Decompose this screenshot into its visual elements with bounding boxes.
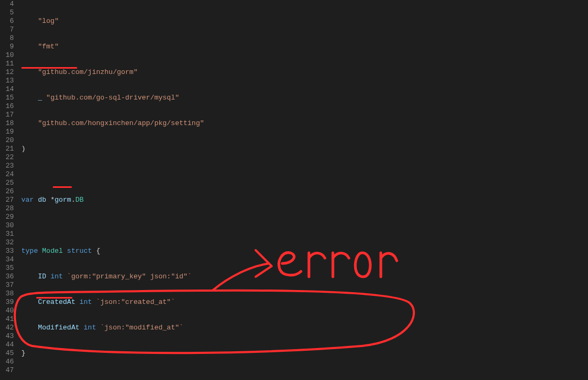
line-number: 20 [0,136,14,145]
line-number: 10 [0,51,14,60]
code-line: var db *gorm.DB [21,196,588,204]
code-line [21,170,588,179]
line-number: 23 [0,162,14,170]
line-number: 32 [0,238,14,247]
line-number: 24 [0,170,14,179]
line-number: 26 [0,187,14,196]
line-number: 40 [0,307,14,315]
line-number: 44 [0,341,14,349]
line-number: 30 [0,221,14,230]
line-number: 6 [0,17,14,26]
line-number: 27 [0,196,14,204]
line-number: 8 [0,34,14,43]
code-area[interactable]: "log" "fmt" "github.com/jinzhu/gorm" _ "… [21,0,588,380]
line-number: 38 [0,290,14,298]
line-number-gutter: 4567891011121314151617181920212223242526… [0,0,21,380]
code-line: "log" [21,17,588,26]
line-number: 28 [0,204,14,213]
line-number: 29 [0,213,14,221]
line-number: 36 [0,272,14,281]
line-number: 13 [0,77,14,85]
line-number: 4 [0,0,14,9]
line-number: 12 [0,68,14,77]
code-line: type Model struct { [21,247,588,255]
code-line: } [21,349,588,358]
line-number: 25 [0,179,14,187]
line-number: 19 [0,128,14,136]
line-number: 21 [0,145,14,153]
code-line: "github.com/hongxinchen/app/pkg/setting" [21,119,588,128]
line-number: 9 [0,43,14,51]
line-number: 35 [0,264,14,272]
line-number: 17 [0,111,14,119]
line-number: 14 [0,85,14,94]
line-number: 15 [0,94,14,102]
line-number: 16 [0,102,14,111]
code-line: ) [21,145,588,153]
code-line: ID int `gorm:"primary_key" json:"id"` [21,272,588,281]
line-number: 42 [0,324,14,332]
line-number: 37 [0,281,14,290]
line-number: 47 [0,366,14,375]
line-number: 39 [0,298,14,307]
line-number: 41 [0,315,14,324]
code-line: ModifiedAt int `json:"modified_at"` [21,324,588,332]
code-editor[interactable]: 4567891011121314151617181920212223242526… [0,0,588,380]
line-number: 33 [0,247,14,255]
line-number: 31 [0,230,14,238]
line-number: 22 [0,153,14,162]
line-number: 7 [0,26,14,34]
code-line: "github.com/jinzhu/gorm" [21,68,588,77]
code-line: CreatedAt int `json:"created_at"` [21,298,588,307]
code-line: "fmt" [21,43,588,51]
line-number: 11 [0,60,14,68]
code-line [21,375,588,380]
line-number: 45 [0,349,14,358]
line-number: 46 [0,358,14,366]
line-number: 34 [0,255,14,264]
line-number: 5 [0,9,14,17]
line-number: 43 [0,332,14,341]
code-line: _ "github.com/go-sql-driver/mysql" [21,94,588,102]
code-line [21,221,588,230]
line-number: 18 [0,119,14,128]
